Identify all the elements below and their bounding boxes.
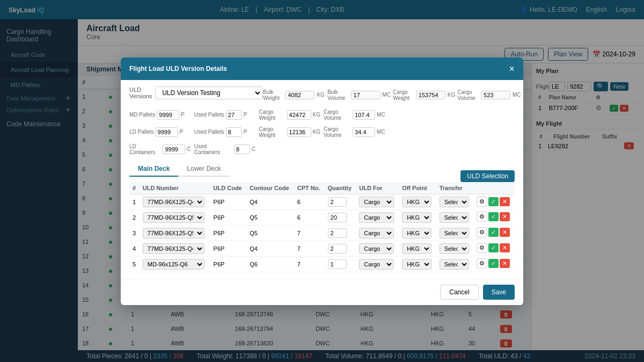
uld-number-select[interactable]: 77MD-96X125-Q5 — [143, 228, 204, 238]
uld-col-qty: Quantity — [325, 182, 356, 194]
ld-containers-input[interactable] — [163, 144, 185, 154]
uld-delete-btn[interactable]: ✕ — [500, 259, 510, 268]
uld-settings-btn[interactable]: ⚙ — [477, 197, 487, 207]
uld-delete-btn[interactable]: ✕ — [500, 197, 510, 206]
modal-title: Flight Load ULD Version Details — [129, 65, 227, 73]
uld-row-actions: ⚙ ✓ ✕ — [473, 241, 515, 256]
off-point-select[interactable]: HKG — [402, 228, 431, 238]
qty-input[interactable] — [328, 228, 347, 238]
cargo-weight-2-input[interactable] — [287, 110, 311, 120]
uld-col-contour: Contour Code — [246, 182, 294, 194]
md-pallets-input[interactable] — [157, 110, 179, 120]
uld-delete-btn[interactable]: ✕ — [500, 228, 510, 237]
uld-settings-btn[interactable]: ⚙ — [477, 227, 487, 237]
used-pallets-2-input[interactable] — [226, 127, 242, 137]
uld-col-number: ULD Number — [140, 182, 210, 194]
off-point-select[interactable]: HKG — [402, 212, 431, 223]
uld-row-for: Cargo — [356, 241, 399, 256]
uld-for-select[interactable]: Cargo — [359, 212, 394, 223]
uld-row-contour: Q4 — [246, 194, 294, 209]
cargo-volume-2-unit: MC — [377, 112, 385, 118]
uld-settings-btn[interactable]: ⚙ — [477, 212, 487, 222]
transfer-select[interactable]: Select — [440, 259, 469, 270]
off-point-select[interactable]: HKG — [402, 243, 431, 254]
uld-number-select[interactable]: 77MD-96X125-Q4 — [143, 243, 204, 254]
modal-body: ULD Versions ULD Version Testing Bulk We… — [121, 80, 523, 279]
cargo-volume-2-label: Cargo Volume — [324, 109, 351, 121]
uld-row-offpoint: HKG — [399, 256, 436, 272]
save-btn[interactable]: Save — [483, 285, 515, 300]
tab-lower-deck[interactable]: Lower Deck — [178, 162, 229, 177]
uld-delete-btn[interactable]: ✕ — [500, 243, 510, 252]
uld-versions-select[interactable]: ULD Version Testing — [155, 86, 262, 99]
off-point-select[interactable]: HKG — [402, 259, 431, 270]
uld-confirm-btn[interactable]: ✓ — [488, 212, 499, 221]
uld-settings-btn[interactable]: ⚙ — [477, 243, 487, 253]
ld-pallets-label: LD Pallets — [129, 129, 154, 135]
qty-input[interactable] — [328, 197, 347, 207]
uld-row-number: 77MD-96X125-Q5 — [140, 209, 210, 225]
md-pallets-unit: P — [181, 112, 185, 118]
uld-selection-btn[interactable]: ULD Selection — [460, 170, 515, 182]
cargo-weight-3-unit: KG — [313, 129, 320, 135]
modal-overlay: Flight Load ULD Version Details × ULD Ve… — [0, 0, 644, 362]
cargo-weight-3-input[interactable] — [287, 127, 311, 137]
uld-row-contour: Q5 — [246, 209, 294, 225]
uld-table-row: 2 77MD-96X125-Q5 P6P Q5 6 Cargo HKG — [129, 209, 515, 225]
used-containers-unit: C — [252, 146, 255, 152]
uld-settings-btn[interactable]: ⚙ — [477, 258, 487, 269]
uld-number-select[interactable]: 77MD-96X125-Q5 — [143, 212, 204, 223]
off-point-select[interactable]: HKG — [402, 197, 431, 207]
uld-number-select[interactable]: 77MD-96X125-Q4 — [143, 197, 204, 207]
transfer-select[interactable]: Select — [440, 197, 469, 207]
uld-row-actions: ⚙ ✓ ✕ — [473, 225, 515, 240]
cargo-weight-1-unit: KG — [448, 92, 455, 98]
used-containers-input[interactable] — [234, 144, 250, 154]
cargo-volume-1-input[interactable] — [481, 91, 510, 99]
uld-table-row: 3 77MD-96X125-Q5 P6P Q5 7 Cargo HKG — [129, 225, 515, 241]
bulk-volume-unit: MC — [383, 92, 391, 98]
ld-pallets-input[interactable] — [156, 127, 178, 137]
uld-confirm-btn[interactable]: ✓ — [488, 197, 499, 206]
uld-row-transfer: Select — [436, 241, 474, 256]
uld-col-transfer: Transfer — [436, 182, 474, 194]
qty-input[interactable] — [328, 244, 347, 254]
ld-containers-label: LD Containers — [129, 143, 161, 155]
uld-for-select[interactable]: Cargo — [359, 259, 394, 270]
transfer-select[interactable]: Select — [440, 212, 469, 223]
uld-row-num: 2 — [129, 209, 140, 225]
uld-confirm-btn[interactable]: ✓ — [488, 228, 499, 237]
uld-confirm-btn[interactable]: ✓ — [488, 243, 499, 252]
modal: Flight Load ULD Version Details × ULD Ve… — [121, 57, 523, 305]
uld-row-num: 1 — [129, 194, 140, 209]
uld-row-number: 77MD-96X125-Q5 — [140, 225, 210, 241]
uld-delete-btn[interactable]: ✕ — [500, 212, 510, 221]
cargo-weight-2-label: Cargo Weight — [259, 109, 285, 121]
transfer-select[interactable]: Select — [440, 228, 469, 238]
uld-row-number: MD-96x125-Q6 — [140, 256, 210, 272]
tab-main-deck[interactable]: Main Deck — [129, 162, 178, 177]
cargo-weight-1-input[interactable] — [416, 91, 445, 99]
uld-table-row: 4 77MD-96X125-Q4 P6P Q4 7 Cargo HKG — [129, 241, 515, 256]
cancel-btn[interactable]: Cancel — [440, 285, 478, 300]
qty-input[interactable] — [328, 259, 347, 269]
cargo-volume-3-unit: MC — [377, 129, 385, 135]
uld-for-select[interactable]: Cargo — [359, 243, 394, 254]
uld-number-select[interactable]: MD-96x125-Q6 — [143, 259, 204, 270]
bulk-weight-input[interactable] — [285, 91, 314, 99]
uld-confirm-btn[interactable]: ✓ — [488, 259, 499, 268]
qty-input[interactable] — [328, 213, 347, 222]
uld-table-row: 5 MD-96x125-Q6 P6P Q6 7 Cargo HKG — [129, 256, 515, 272]
cargo-volume-3-input[interactable] — [353, 127, 375, 137]
uld-for-select[interactable]: Cargo — [359, 228, 394, 238]
transfer-select[interactable]: Select — [440, 243, 469, 254]
uld-row-transfer: Select — [436, 194, 474, 209]
uld-row-cpt: 7 — [294, 256, 325, 272]
uld-for-select[interactable]: Cargo — [359, 197, 394, 207]
bulk-volume-input[interactable] — [351, 91, 380, 99]
modal-close-btn[interactable]: × — [509, 64, 515, 74]
uld-col-num: # — [129, 182, 140, 194]
cargo-volume-2-input[interactable] — [353, 110, 375, 120]
modal-tabs: Main Deck Lower Deck — [129, 162, 230, 177]
used-pallets-input[interactable] — [226, 110, 242, 120]
